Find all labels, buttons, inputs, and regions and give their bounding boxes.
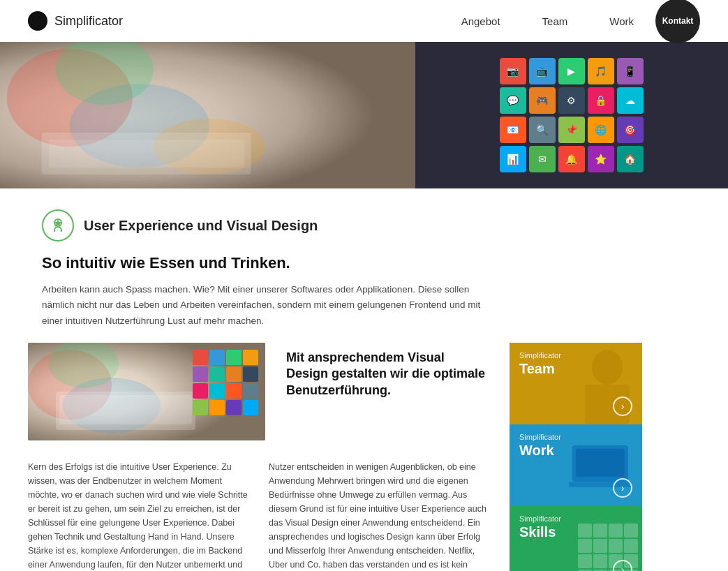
hero-tile-10: 📧 [500, 117, 526, 143]
hero-tile-15: 📊 [500, 146, 526, 172]
svg-rect-21 [576, 449, 625, 477]
sidebar-card-work[interactable]: Simplificator Work › [510, 424, 642, 506]
section-icon-badge [42, 209, 74, 242]
img-tile-1 [209, 350, 225, 365]
hero-tile-9: ☁ [617, 87, 644, 114]
hero-left-image [0, 42, 415, 188]
svg-rect-14 [59, 395, 192, 424]
hero-tiles: 📷📺▶🎵📱💬🎮⚙🔒☁📧🔍📌🌐🎯📊✉🔔⭐🏠 [493, 51, 651, 179]
img-tile-9 [209, 383, 225, 399]
hero-tile-4: 📱 [617, 58, 644, 84]
section-title: User Experience und Visual Design [84, 218, 318, 234]
skills-pattern-tile-9 [593, 554, 607, 568]
hero-left [0, 42, 415, 188]
skills-pattern-tile-3 [624, 524, 638, 537]
hero-tile-17: 🔔 [558, 146, 585, 172]
img-tile-12 [193, 400, 208, 415]
work-card-arrow[interactable]: › [613, 478, 632, 498]
img-tile-3 [243, 350, 258, 365]
img-tile-10 [226, 383, 242, 399]
team-card-label-big: Team [519, 361, 555, 377]
img-tile-4 [193, 366, 208, 382]
img-tile-0 [193, 350, 208, 365]
main-content: Mit ansprechendem Visual Design gestalte… [0, 343, 728, 571]
sidebar: Simplificator Team › Simplificator Work … [510, 343, 642, 571]
img-tile-2 [226, 350, 242, 365]
content-left: Mit ansprechendem Visual Design gestalte… [28, 343, 489, 571]
sidebar-card-team[interactable]: Simplificator Team › [510, 343, 642, 424]
img-tile-13 [209, 400, 225, 415]
hero-tile-19: 🏠 [617, 146, 644, 172]
skills-pattern-tile-2 [609, 524, 623, 537]
section-header: User Experience und Visual Design So int… [0, 188, 530, 343]
team-card-label-small: Simplificator [519, 351, 561, 359]
content-image [28, 343, 265, 440]
right-col-text: Nutzer entscheiden in wenigen Augenblick… [269, 460, 489, 571]
left-column: Kern des Erfolgs ist die intuitive User … [28, 460, 248, 571]
bottom-columns: Kern des Erfolgs ist die intuitive User … [28, 460, 489, 571]
img-tile-15 [243, 400, 258, 415]
hero-tile-8: 🔒 [588, 87, 614, 114]
hero-tile-13: 🌐 [588, 117, 614, 143]
hero-right: 📷📺▶🎵📱💬🎮⚙🔒☁📧🔍📌🌐🎯📊✉🔔⭐🏠 [415, 42, 728, 188]
hero-tile-3: 🎵 [588, 58, 614, 84]
logo[interactable]: Simplificator [28, 11, 123, 31]
hero-tile-7: ⚙ [558, 87, 585, 114]
skills-pattern-tile-1 [593, 524, 607, 537]
hero-tile-0: 📷 [500, 58, 526, 84]
right-heading: Mit ansprechendem Visual Design gestalte… [286, 350, 489, 399]
skills-pattern-tile-8 [578, 554, 592, 568]
work-card-label-small: Simplificator [519, 433, 561, 441]
hero-tile-18: ⭐ [588, 146, 614, 172]
skills-card-label-small: Simplificator [519, 514, 561, 523]
nav-work[interactable]: Work [609, 15, 634, 27]
header: Simplificator Angebot Team Work Skills K… [0, 0, 728, 42]
skills-pattern-tile-5 [593, 539, 607, 553]
right-heading-block: Mit ansprechendem Visual Design gestalte… [286, 343, 489, 440]
logo-text: Simplificator [54, 14, 123, 29]
team-card-arrow[interactable]: › [613, 396, 632, 416]
skills-pattern-tile-0 [578, 524, 592, 537]
skills-pattern-tile-7 [624, 539, 638, 553]
hero-image: 📷📺▶🎵📱💬🎮⚙🔒☁📧🔍📌🌐🎯📊✉🔔⭐🏠 [0, 42, 728, 188]
hero-tile-6: 🎮 [529, 87, 556, 114]
hero-tile-1: 📺 [529, 58, 556, 84]
skills-card-label-big: Skills [519, 524, 556, 540]
nav-team[interactable]: Team [542, 15, 568, 27]
icon-title-row: User Experience und Visual Design [42, 209, 489, 242]
section-subtitle: So intuitiv wie Essen und Trinken. [42, 254, 489, 272]
hero-tile-11: 🔍 [529, 117, 556, 143]
svg-rect-7 [49, 140, 244, 168]
img-tile-11 [243, 383, 258, 399]
hero-tile-5: 💬 [500, 87, 526, 114]
img-tile-5 [209, 366, 225, 382]
img-tile-14 [226, 400, 242, 415]
right-column: Nutzer entscheiden in wenigen Augenblick… [269, 460, 489, 571]
kontakt-button[interactable]: Kontakt [655, 0, 700, 43]
sidebar-card-skills[interactable]: Simplificator Skills › [510, 506, 642, 571]
img-tile-7 [243, 366, 258, 382]
skills-pattern-tile-4 [578, 539, 592, 553]
img-tile-8 [193, 383, 208, 399]
img-tile-6 [226, 366, 242, 382]
logo-icon [28, 11, 47, 31]
img-text-row: Mit ansprechendem Visual Design gestalte… [28, 343, 489, 440]
hero-tile-2: ▶ [558, 58, 585, 84]
hero-tile-12: 📌 [558, 117, 585, 143]
svg-point-16 [592, 350, 623, 385]
left-col-text-1: Kern des Erfolgs ist die intuitive User … [28, 460, 248, 571]
skills-pattern [574, 519, 642, 571]
section-intro: Arbeiten kann auch Spass machen. Wie? Mi… [42, 282, 489, 329]
hero-tile-14: 🎯 [617, 117, 644, 143]
image-tiles [193, 350, 258, 415]
work-card-label-big: Work [519, 443, 554, 459]
hero-tile-16: ✉ [529, 146, 556, 172]
skills-pattern-tile-6 [609, 539, 623, 553]
nav-angebot[interactable]: Angebot [461, 15, 500, 27]
